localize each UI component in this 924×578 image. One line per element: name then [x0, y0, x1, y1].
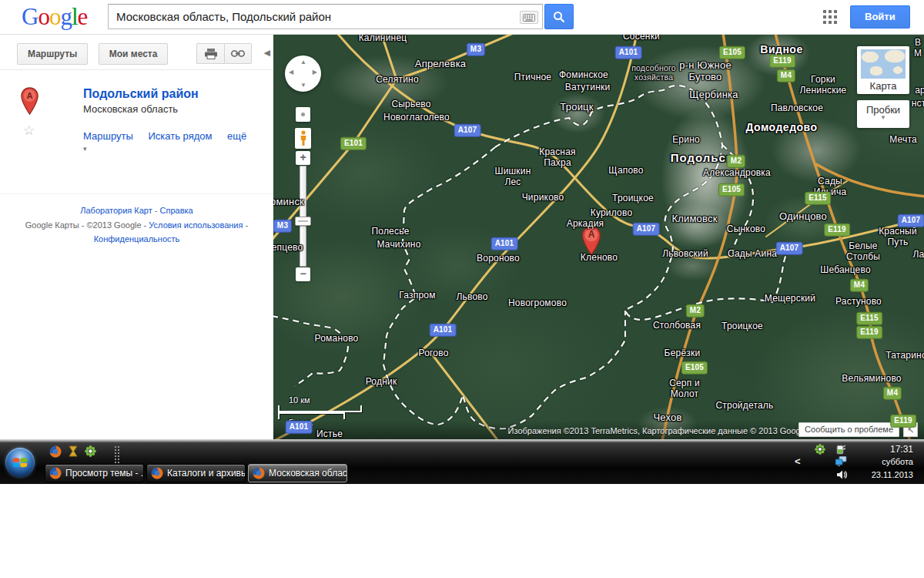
help-link[interactable]: Справка: [160, 206, 193, 215]
map-label: Растуново: [835, 297, 882, 307]
start-button[interactable]: [5, 448, 35, 477]
star-icon[interactable]: ☆: [23, 123, 83, 139]
map-label: Апрелевка: [415, 59, 466, 70]
sidebar-footer: Лаборатория Карт - Справка Google Карты …: [0, 193, 273, 247]
road-badge: А107: [898, 214, 924, 227]
traffic-button[interactable]: Пробки ▼: [857, 100, 909, 128]
collapse-corner-icon[interactable]: ↖: [903, 422, 918, 437]
firefox-icon: [151, 467, 163, 482]
map-label: Подольск: [671, 151, 733, 164]
map-label: Сосенки: [623, 35, 660, 42]
keyboard-icon[interactable]: [520, 11, 538, 24]
speaker-icon[interactable]: [837, 470, 847, 481]
map-label: Красный Путь: [879, 227, 917, 248]
road-badge: Е119: [856, 326, 882, 339]
apps-grid-icon[interactable]: [823, 10, 837, 24]
map-label: Татарино: [886, 351, 924, 361]
recenter-button[interactable]: [296, 107, 310, 122]
attribution-text: Изображения ©2013 TerraMetrics, Картогра…: [508, 426, 812, 435]
map-label: Троицкое: [612, 193, 654, 204]
map-label: Ла: [913, 250, 924, 260]
chevron-down-icon: ▼: [857, 116, 909, 119]
system-tray: < 17:31 суббота 23.11.2013: [793, 442, 924, 484]
main-area: Маршруты Мои места ◀ A ☆: [0, 35, 924, 439]
tray-date[interactable]: 23.11.2013: [872, 470, 913, 479]
map-label: Ватутинки: [565, 82, 611, 93]
print-button[interactable]: [196, 43, 224, 64]
search-button[interactable]: [544, 4, 574, 29]
marker-letter: A: [581, 229, 602, 240]
zoom-in-button[interactable]: +: [296, 151, 310, 165]
maptype-label: Карта: [857, 80, 909, 92]
maps-labs-link[interactable]: Лаборатория Карт: [80, 206, 152, 215]
road-m2: [662, 35, 737, 439]
google-logo[interactable]: Google: [22, 3, 87, 31]
icq-tray-icon[interactable]: [815, 444, 825, 456]
map-label: Климовск: [671, 213, 717, 225]
map-label: Горки Ленинские: [800, 75, 847, 96]
zoom-out-button[interactable]: −: [296, 267, 310, 281]
map-label: Видное: [760, 43, 802, 55]
pan-left-icon[interactable]: ◀: [289, 69, 293, 76]
map-label: нст: [912, 99, 924, 109]
map-label: Мечта: [889, 135, 917, 146]
firefox-quick-icon[interactable]: [49, 445, 62, 458]
quick-launch: [49, 445, 97, 458]
road-badge: М4: [850, 279, 869, 292]
routes-button[interactable]: Маршруты: [17, 43, 88, 65]
battery-icon[interactable]: [835, 444, 845, 456]
map-label: Павловское: [771, 103, 823, 114]
map-label: Щербинка: [689, 89, 738, 101]
road-badge: Е119: [824, 223, 850, 237]
zoom-slider-handle[interactable]: [295, 217, 311, 226]
map-label: Чириково: [522, 193, 564, 203]
tray-weekday[interactable]: суббота: [882, 457, 913, 466]
map-label: Птичное: [514, 72, 551, 83]
network-icon[interactable]: [835, 456, 847, 468]
icq-flower-icon[interactable]: [84, 445, 97, 458]
map-label: Мачихино: [377, 240, 420, 250]
result-subtitle: Московская область: [83, 103, 261, 115]
map-label: Стройдеталь: [716, 401, 774, 412]
road-badge: Е105: [681, 361, 708, 375]
maptype-toggle[interactable]: Карта: [857, 46, 909, 94]
map-label: Калининец: [359, 35, 407, 44]
tray-clock[interactable]: 17:31: [890, 444, 913, 455]
privacy-link[interactable]: Конфиденциальность: [94, 234, 180, 244]
taskbar-window-3-active[interactable]: Московская облас...: [248, 464, 347, 482]
pan-up-icon[interactable]: ▲: [300, 59, 306, 66]
map-label: Газпром: [399, 291, 435, 301]
svg-text:A: A: [26, 91, 32, 100]
directions-link[interactable]: Маршруты: [83, 130, 133, 142]
pegman-icon[interactable]: [295, 128, 311, 149]
signin-button[interactable]: Войти: [850, 5, 910, 29]
search-nearby-link[interactable]: Искать рядом: [148, 130, 212, 142]
terms-link[interactable]: Условия использования: [149, 220, 243, 230]
result-title[interactable]: Подольский район: [83, 87, 261, 101]
map-label: Столбовая: [653, 321, 701, 331]
map-label: Сырьево: [391, 99, 430, 110]
search-input[interactable]: [109, 5, 542, 29]
link-button[interactable]: [224, 43, 252, 64]
taskbar-window-1[interactable]: Просмотр темы - ...: [45, 464, 144, 482]
map-label: Рогово: [418, 348, 448, 359]
map-label: Шишкин Лес: [494, 166, 531, 188]
road-badge: М4: [777, 69, 795, 82]
my-places-button[interactable]: Мои места: [99, 43, 169, 65]
map-label: В М: [914, 38, 922, 59]
pan-control[interactable]: ▲ ▼ ◀ ▶: [285, 55, 321, 92]
share-tools: [196, 43, 252, 64]
taskbar-window-2[interactable]: Каталоги и архивы ...: [146, 464, 246, 482]
result-links: Маршруты Искать рядом ещё ▾: [83, 130, 261, 153]
map-canvas[interactable]: A ▲ ▼ ◀ ▶ + − Карта Пробки ▼: [273, 35, 924, 439]
map-label: Селятино: [376, 75, 419, 86]
sidebar-collapse-icon[interactable]: ◀: [264, 48, 270, 58]
report-problem-button[interactable]: Сообщить о проблеме: [798, 422, 899, 437]
hourglass-icon[interactable]: [66, 445, 79, 458]
map-marker-a[interactable]: A: [581, 226, 602, 257]
map-label: Домодедово: [745, 121, 817, 133]
tray-expand-icon[interactable]: <: [795, 455, 801, 467]
pan-right-icon[interactable]: ▶: [313, 69, 317, 76]
pan-down-icon[interactable]: ▼: [300, 82, 306, 89]
map-label: Курилово: [591, 208, 633, 219]
